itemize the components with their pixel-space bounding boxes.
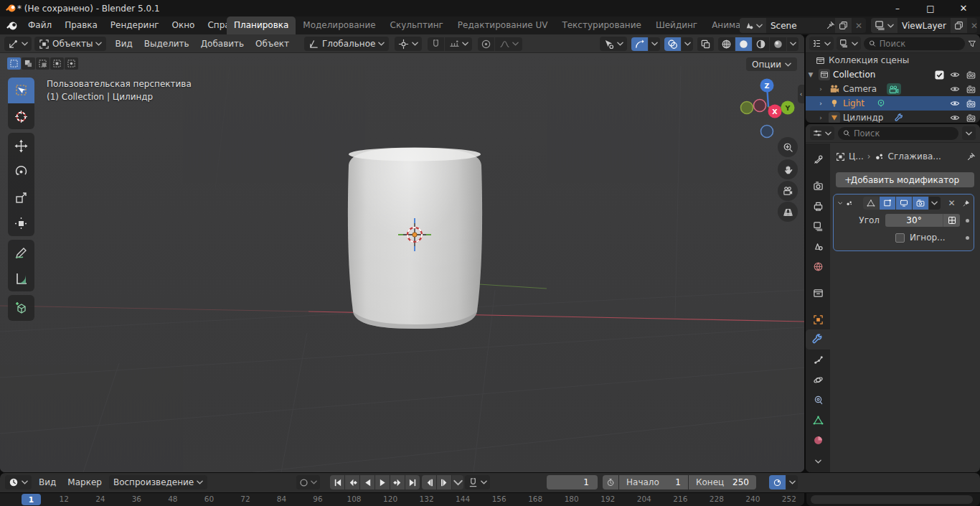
outliner-search-input[interactable]	[880, 39, 960, 49]
workspace-tab[interactable]: Моделирование	[296, 17, 382, 34]
new-scene-button[interactable]	[835, 18, 852, 33]
light-data-badge[interactable]	[875, 98, 887, 109]
overlays-settings-button[interactable]	[682, 37, 693, 51]
sync-options-button[interactable]	[786, 475, 798, 489]
gizmo-axis-neg-y[interactable]	[741, 102, 753, 114]
gizmo-settings-button[interactable]	[649, 37, 660, 51]
tool-add-cube[interactable]	[8, 295, 34, 321]
shading-wireframe-button[interactable]	[718, 37, 735, 51]
outliner-editor-type-button[interactable]	[809, 37, 834, 50]
scene-name[interactable]: Scene	[766, 21, 826, 31]
modifier-wrench-icon[interactable]	[893, 112, 905, 123]
gizmo-axis-neg-x[interactable]	[754, 100, 766, 112]
viewlayer-name[interactable]: ViewLayer	[897, 21, 951, 31]
tab-constraints[interactable]	[806, 390, 830, 410]
blender-menu-logo-icon[interactable]	[6, 20, 18, 32]
expand-caret-icon[interactable]: ›	[816, 85, 826, 93]
select-mode-extend[interactable]	[22, 57, 35, 70]
render-visibility-icon[interactable]	[964, 113, 977, 123]
timeline-ruler[interactable]: 1 12243648607284961081201321441561681801…	[0, 493, 804, 506]
snap-toggle[interactable]	[428, 37, 444, 51]
pin-icon[interactable]	[826, 21, 835, 30]
viewport-canvas[interactable]	[0, 53, 804, 472]
viewport-menu-item[interactable]: Выделить	[138, 37, 195, 51]
proportional-falloff-button[interactable]	[495, 37, 522, 51]
gizmo-axis-neg-z[interactable]	[761, 126, 773, 138]
eye-icon[interactable]	[948, 84, 961, 94]
select-mode-invert[interactable]	[50, 57, 64, 70]
menu-item[interactable]: Файл	[22, 17, 58, 34]
workspace-tab[interactable]: Скульптинг	[383, 17, 451, 34]
breadcrumb-modifier[interactable]: Сглажива...	[888, 151, 941, 161]
viewport-menu-item[interactable]: Добавить	[195, 37, 250, 51]
tab-tool[interactable]	[806, 149, 830, 169]
tab-material[interactable]	[806, 430, 830, 450]
step-options-button[interactable]	[452, 475, 463, 489]
playback-menu[interactable]: Воспроизведение	[109, 475, 207, 489]
ortho-toggle-button[interactable]	[778, 202, 798, 222]
tool-cursor[interactable]	[8, 103, 34, 129]
shading-settings-button[interactable]	[787, 37, 798, 51]
timeline-scrollbar[interactable]	[811, 495, 973, 504]
tab-world[interactable]	[806, 256, 830, 276]
play-reverse-button[interactable]	[360, 475, 374, 489]
xray-toggle[interactable]	[697, 37, 714, 51]
use-preview-range-button[interactable]	[603, 475, 618, 489]
step-back-button[interactable]	[422, 475, 436, 489]
snap-settings-button[interactable]	[445, 37, 472, 51]
shading-solid-button[interactable]	[735, 37, 752, 51]
expand-caret-icon[interactable]: ›	[816, 114, 826, 121]
collection-checkbox[interactable]	[933, 70, 946, 80]
animate-decorator[interactable]	[966, 236, 969, 240]
unlink-scene-button[interactable]: ✕	[852, 21, 866, 31]
select-mode-subtract[interactable]	[36, 57, 50, 70]
outliner-row-light[interactable]: › Light	[806, 96, 980, 111]
tab-modifiers[interactable]	[806, 329, 830, 350]
panel-expand-chevron-icon[interactable]	[838, 201, 842, 205]
select-mode-set[interactable]	[7, 57, 21, 70]
timeline-menu-item[interactable]: Маркер	[62, 475, 108, 489]
viewlayer-browse-button[interactable]	[871, 18, 897, 33]
shading-material-button[interactable]	[753, 37, 769, 51]
tool-transform[interactable]	[8, 210, 34, 236]
render-visibility-icon[interactable]	[964, 99, 977, 108]
tab-view-layer[interactable]	[806, 216, 830, 236]
tool-measure[interactable]	[8, 266, 34, 291]
tool-rotate[interactable]	[8, 159, 34, 184]
add-modifier-button[interactable]: + Добавить модификатор	[836, 172, 974, 187]
outliner-row-camera[interactable]: › Camera	[806, 82, 980, 96]
render-visibility-icon[interactable]	[964, 70, 977, 80]
jump-to-start-button[interactable]	[330, 475, 344, 489]
navigation-gizmo[interactable]: Z Y X	[735, 75, 801, 146]
tab-render[interactable]	[806, 176, 830, 196]
orientation-selector[interactable]: Глобальное	[304, 37, 389, 51]
tab-physics[interactable]	[806, 370, 830, 390]
properties-search[interactable]	[838, 127, 958, 140]
workspace-tab[interactable]: Редактирование UV	[451, 17, 555, 34]
remove-viewlayer-button[interactable]: ✕	[967, 21, 977, 31]
active-camera-badge[interactable]	[887, 83, 901, 95]
magnet-icon[interactable]	[468, 477, 479, 488]
modifier-realtime-toggle[interactable]	[896, 197, 912, 210]
properties-editor-type-button[interactable]	[810, 126, 834, 140]
tool-scale[interactable]	[8, 184, 34, 210]
show-gizmo-toggle[interactable]	[631, 37, 648, 51]
timeline-menu-item[interactable]: Вид	[33, 475, 62, 489]
tool-select-box[interactable]	[8, 78, 34, 103]
proportional-edit-toggle[interactable]	[478, 37, 494, 51]
playhead[interactable]: 1	[22, 494, 41, 505]
new-viewlayer-button[interactable]	[951, 18, 967, 33]
playback-sync-button[interactable]	[769, 475, 786, 489]
animate-decorator[interactable]	[966, 219, 969, 222]
maximize-button[interactable]: □	[914, 0, 947, 17]
modifier-pin-icon[interactable]	[963, 199, 969, 208]
modifier-close-icon[interactable]: ✕	[948, 198, 956, 208]
editor-type-button[interactable]	[4, 37, 32, 51]
menu-item[interactable]: Рендеринг	[104, 17, 166, 34]
workspace-tab[interactable]: Анимация	[705, 17, 743, 34]
tab-object[interactable]	[806, 309, 830, 329]
outliner-row-scene-collection[interactable]: Коллекция сцены	[806, 53, 980, 67]
play-button[interactable]	[375, 475, 390, 489]
start-frame-field[interactable]: Начало 1	[619, 475, 688, 489]
properties-search-input[interactable]	[854, 128, 953, 139]
